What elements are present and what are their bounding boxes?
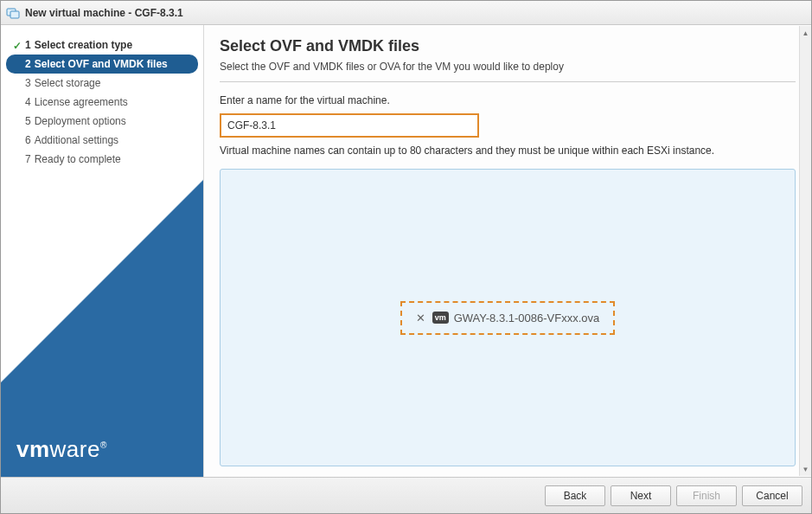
scroll-down-icon[interactable]: ▼ (800, 462, 811, 476)
footer: Back Next Finish Cancel (1, 477, 811, 513)
next-button[interactable]: Next (611, 485, 671, 506)
step-label: Select OVF and VMDK files (35, 58, 168, 70)
step-number: 1 (25, 39, 31, 51)
scroll-up-icon[interactable]: ▲ (800, 26, 811, 40)
step-number: 2 (25, 58, 31, 70)
divider (220, 81, 796, 82)
wizard-sidebar: ✓1Select creation type✓2Select OVF and V… (1, 25, 204, 477)
finish-button[interactable]: Finish (676, 485, 737, 506)
vm-name-input[interactable] (220, 113, 479, 138)
back-button[interactable]: Back (545, 485, 605, 506)
wizard-step-2[interactable]: ✓2Select OVF and VMDK files (6, 55, 198, 74)
titlebar: New virtual machine - CGF-8.3.1 (1, 1, 811, 25)
vm-icon (6, 6, 20, 20)
wizard-step-1[interactable]: ✓1Select creation type (1, 35, 203, 55)
remove-file-icon[interactable]: ✕ (416, 312, 425, 324)
step-number: 3 (25, 77, 31, 89)
step-number: 4 (25, 96, 31, 108)
name-field-label: Enter a name for the virtual machine. (220, 94, 796, 106)
file-type-badge: vm (432, 312, 449, 324)
vmware-logo: vmware® (16, 436, 107, 463)
step-label: License agreements (35, 96, 128, 108)
window-title: New virtual machine - CGF-8.3.1 (25, 7, 183, 19)
file-chip: ✕ vm GWAY-8.3.1-0086-VFxxx.ova (400, 301, 616, 335)
check-icon: ✓ (13, 40, 23, 50)
main-panel: Select OVF and VMDK files Select the OVF… (204, 25, 811, 477)
step-label: Select storage (35, 77, 101, 89)
cancel-button[interactable]: Cancel (742, 485, 802, 506)
wizard-step-5[interactable]: ✓5Deployment options (1, 112, 203, 131)
dialog-window: New virtual machine - CGF-8.3.1 ✓1Select… (0, 0, 812, 514)
wizard-step-4[interactable]: ✓4License agreements (1, 93, 203, 112)
scrollbar[interactable]: ▲ ▼ (799, 26, 811, 476)
wizard-step-3[interactable]: ✓3Select storage (1, 74, 203, 93)
svg-rect-1 (10, 11, 19, 18)
step-label: Select creation type (35, 39, 132, 51)
page-subtitle: Select the OVF and VMDK files or OVA for… (220, 61, 796, 73)
sidebar-decoration (1, 144, 203, 421)
page-heading: Select OVF and VMDK files (220, 37, 796, 55)
step-number: 5 (25, 115, 31, 127)
step-label: Deployment options (35, 115, 126, 127)
file-dropzone[interactable]: ✕ vm GWAY-8.3.1-0086-VFxxx.ova (220, 169, 796, 466)
name-hint: Virtual machine names can contain up to … (220, 145, 796, 157)
file-name: GWAY-8.3.1-0086-VFxxx.ova (454, 312, 600, 324)
